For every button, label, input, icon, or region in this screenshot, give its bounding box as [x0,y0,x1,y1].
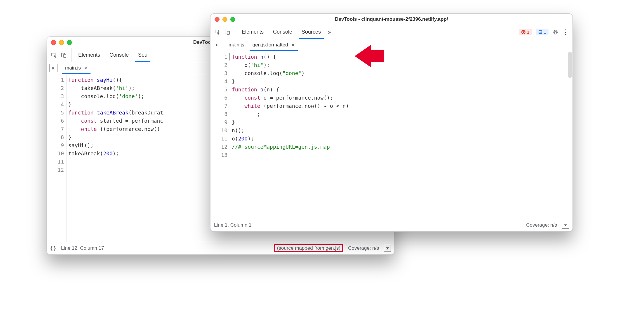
traffic-lights [51,40,72,45]
traffic-lights [215,17,235,22]
svg-rect-2 [64,54,66,58]
tab-sources[interactable]: Sources [297,25,326,39]
svg-rect-10 [539,32,542,33]
expand-panel-icon[interactable] [562,222,569,229]
navigator-toggle-icon[interactable] [49,64,58,72]
device-icon[interactable] [223,28,232,36]
inspect-icon[interactable] [213,28,222,36]
callout-arrow-icon [353,44,385,69]
coverage-status: Coverage: n/a [526,222,557,228]
more-panels-icon[interactable]: » [326,28,334,36]
window-title: DevTools - clinquant-mousse-2f2396.netli… [210,16,572,22]
filetab-main-js[interactable]: main.js [224,39,248,51]
file-tabstrip: main.js gen.js:formatted ✕ [210,39,572,51]
pretty-print-icon[interactable]: { } [51,245,56,251]
source-map-link[interactable]: gen.js [326,245,339,251]
maximize-icon[interactable] [230,17,235,22]
filetab-main-js[interactable]: main.js ✕ [61,62,92,74]
filetab-label: gen.js:formatted [253,42,288,48]
maximize-icon[interactable] [67,40,72,45]
filetab-label: main.js [229,42,244,48]
code-content[interactable]: function n() { o("hi"); console.log("don… [230,51,572,219]
issues-badge[interactable]: 1 [536,29,549,35]
minimize-icon[interactable] [222,17,227,22]
statusbar: Line 1, Column 1 Coverage: n/a [210,219,572,231]
line-gutter: 12345678910111213 [210,51,230,219]
tab-console[interactable]: Console [105,48,133,62]
gear-icon[interactable] [551,28,560,36]
svg-rect-9 [539,31,542,32]
scrollbar[interactable] [568,52,572,78]
close-icon[interactable]: ✕ [291,42,295,48]
expand-panel-icon[interactable] [384,245,391,252]
titlebar[interactable]: DevTools - clinquant-mousse-2f2396.netli… [210,14,572,25]
devtools-window-front: DevTools - clinquant-mousse-2f2396.netli… [210,13,573,232]
filetab-label: main.js [65,65,81,71]
inspect-icon[interactable] [50,51,58,59]
tab-sources[interactable]: Sou [133,48,152,62]
more-icon[interactable]: ⋮ [561,28,570,36]
navigator-toggle-icon[interactable] [213,41,221,49]
cursor-position: Line 12, Column 17 [61,245,104,251]
source-mapped-callout: (source mapped from gen.js) [274,244,343,252]
coverage-status: Coverage: n/a [348,245,379,251]
error-badge[interactable]: 1 [519,29,532,35]
tab-elements[interactable]: Elements [237,25,268,39]
device-icon[interactable] [60,51,68,59]
close-icon[interactable]: ✕ [84,65,88,71]
tab-elements[interactable]: Elements [74,48,105,62]
tab-console[interactable]: Console [268,25,297,39]
text-cursor [229,53,229,60]
close-icon[interactable] [215,17,220,22]
svg-rect-5 [227,31,229,34]
statusbar: { } Line 12, Column 17 (source mapped fr… [47,242,394,254]
main-toolbar: Elements Console Sources » 1 1 ⋮ [210,25,572,39]
filetab-gen-js-formatted[interactable]: gen.js:formatted ✕ [248,39,299,51]
code-editor[interactable]: 12345678910111213 function n() { o("hi")… [210,51,572,219]
cursor-position: Line 1, Column 1 [214,222,252,228]
close-icon[interactable] [51,40,56,45]
minimize-icon[interactable] [59,40,64,45]
line-gutter: 123456789101112 [47,74,67,242]
